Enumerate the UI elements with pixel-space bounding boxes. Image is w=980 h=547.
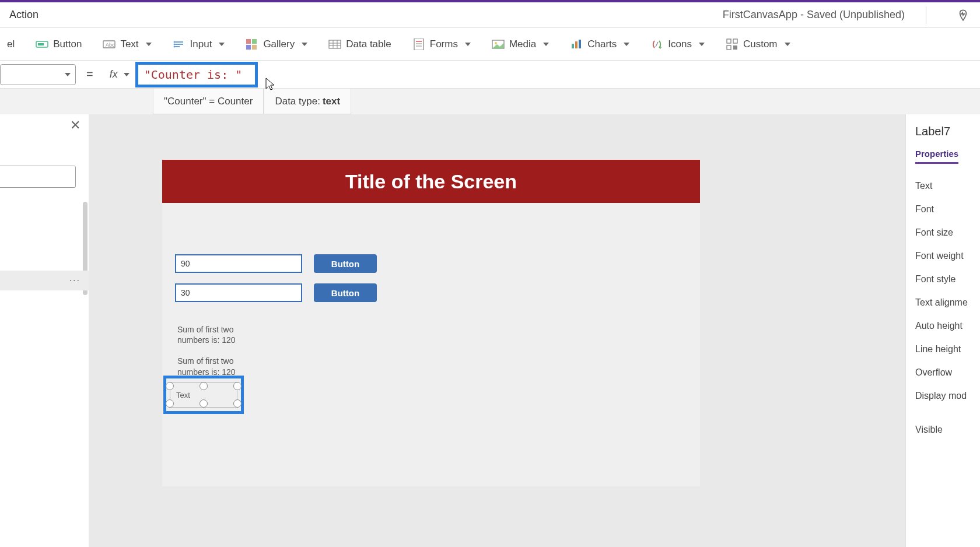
svg-rect-13	[252, 45, 257, 50]
canvas-row-1: Button	[175, 254, 700, 273]
ribbon-forms[interactable]: Forms	[410, 34, 473, 54]
resize-handle[interactable]	[166, 382, 174, 390]
selected-object-name: Label7	[915, 125, 980, 138]
chevron-down-icon	[699, 43, 705, 46]
menu-action[interactable]: Action	[9, 9, 38, 21]
button-icon	[36, 38, 48, 51]
prop-font[interactable]: Font	[915, 198, 980, 221]
formula-suggestion-bar: "Counter" = Counter Data type: text	[0, 89, 980, 114]
resize-handle[interactable]	[200, 399, 208, 408]
svg-rect-11	[252, 39, 257, 44]
ribbon-icons[interactable]: + Icons	[648, 34, 707, 54]
selected-label-control[interactable]: Text	[163, 376, 244, 414]
ribbon-gallery[interactable]: Gallery	[243, 34, 310, 54]
suggest-spacer	[0, 89, 153, 114]
svg-rect-14	[329, 40, 341, 48]
canvas-button-1[interactable]: Button	[314, 254, 377, 273]
resize-handle[interactable]	[200, 382, 208, 390]
svg-point-9	[173, 45, 175, 47]
ribbon-media-label: Media	[509, 38, 536, 50]
svg-rect-31	[733, 39, 737, 43]
svg-rect-1	[38, 43, 44, 45]
text-input-1[interactable]	[175, 254, 302, 273]
prop-visible[interactable]: Visible	[915, 418, 980, 441]
datatype-value: text	[323, 96, 340, 107]
datatable-icon	[328, 38, 341, 51]
health-icon[interactable]	[936, 8, 971, 23]
svg-rect-30	[727, 39, 731, 43]
input-icon	[173, 38, 186, 51]
more-icon[interactable]: ···	[69, 275, 80, 286]
resize-handle[interactable]	[233, 399, 242, 408]
ribbon-text[interactable]: Abc Text	[100, 34, 153, 54]
chevron-down-icon	[624, 43, 629, 46]
ribbon-datatable-label: Data table	[346, 38, 391, 50]
ribbon-media[interactable]: Media	[489, 34, 551, 54]
ribbon-forms-label: Forms	[430, 38, 458, 50]
main-area: ✕ ··· Title of the Screen Button Button …	[0, 114, 980, 547]
selected-label-value: Text	[176, 391, 190, 399]
fx-label[interactable]: fx	[104, 68, 135, 80]
ribbon-label-partial[interactable]: el	[5, 35, 17, 54]
prop-font-weight[interactable]: Font weight	[915, 244, 980, 268]
prop-text-align[interactable]: Text alignme	[915, 291, 980, 314]
svg-point-8	[173, 43, 175, 45]
prop-font-size[interactable]: Font size	[915, 221, 980, 244]
charts-icon	[570, 38, 583, 51]
ribbon-button[interactable]: Button	[33, 34, 84, 54]
ribbon-gallery-label: Gallery	[263, 38, 295, 50]
formula-input-highlight: "Counter is: "	[135, 62, 258, 87]
ribbon-charts[interactable]: Charts	[568, 34, 632, 54]
resize-handle[interactable]	[166, 399, 174, 408]
sum-label-2[interactable]: Sum of first two numbers is: 120	[177, 356, 259, 377]
ribbon-custom[interactable]: Custom	[723, 34, 793, 54]
prop-text[interactable]: Text	[915, 174, 980, 198]
svg-point-7	[173, 41, 175, 43]
screen-canvas[interactable]: Title of the Screen Button Button Sum of…	[162, 160, 700, 486]
title-bar: Action FirstCanvasApp - Saved (Unpublish…	[0, 0, 980, 28]
icons-icon: +	[650, 38, 663, 51]
screen-title-label[interactable]: Title of the Screen	[162, 160, 700, 203]
close-icon[interactable]: ✕	[70, 118, 80, 133]
property-dropdown[interactable]	[0, 64, 76, 85]
prop-overflow[interactable]: Overflow	[915, 361, 980, 384]
formula-input[interactable]: "Counter is: "	[144, 68, 249, 82]
tree-item-selected[interactable]: ···	[0, 271, 89, 290]
fx-text: fx	[110, 68, 118, 80]
ribbon-input-label: Input	[190, 38, 212, 50]
svg-rect-26	[575, 41, 578, 48]
chevron-down-icon	[785, 43, 790, 46]
prop-font-style[interactable]: Font style	[915, 268, 980, 291]
svg-rect-27	[579, 40, 581, 48]
svg-text:Abc: Abc	[106, 42, 115, 48]
ribbon-button-label: Button	[53, 38, 82, 50]
prop-line-height[interactable]: Line height	[915, 338, 980, 361]
svg-rect-10	[246, 39, 251, 44]
resize-handle[interactable]	[233, 382, 242, 390]
ribbon-datatable[interactable]: Data table	[326, 34, 394, 54]
formula-bar: = fx "Counter is: "	[0, 61, 980, 89]
ribbon-input[interactable]: Input	[170, 34, 228, 54]
equals-sign: =	[86, 68, 93, 81]
tab-properties[interactable]: Properties	[915, 149, 958, 164]
svg-rect-32	[727, 45, 731, 50]
ribbon-icons-label: Icons	[668, 38, 692, 50]
prop-auto-height[interactable]: Auto height	[915, 314, 980, 338]
insert-ribbon: el Button Abc Text Input Gallery Data ta…	[0, 28, 980, 61]
svg-rect-25	[572, 44, 574, 48]
forms-icon	[412, 38, 425, 51]
media-icon	[492, 38, 505, 51]
prop-display-mode[interactable]: Display mod	[915, 384, 980, 408]
formula-suggestion[interactable]: "Counter" = Counter	[153, 89, 264, 114]
tree-search-input[interactable]	[0, 166, 76, 188]
svg-rect-33	[733, 45, 737, 50]
custom-icon	[726, 38, 738, 51]
properties-pane: Label7 Properties Text Font Font size Fo…	[905, 114, 980, 547]
title-divider	[926, 6, 926, 24]
ribbon-charts-label: Charts	[587, 38, 617, 50]
chevron-down-icon	[146, 43, 152, 46]
sum-label-1[interactable]: Sum of first two numbers is: 120	[177, 324, 259, 345]
text-input-2[interactable]	[175, 283, 302, 302]
canvas-button-2[interactable]: Button	[314, 283, 377, 302]
mouse-cursor-icon	[265, 77, 275, 91]
